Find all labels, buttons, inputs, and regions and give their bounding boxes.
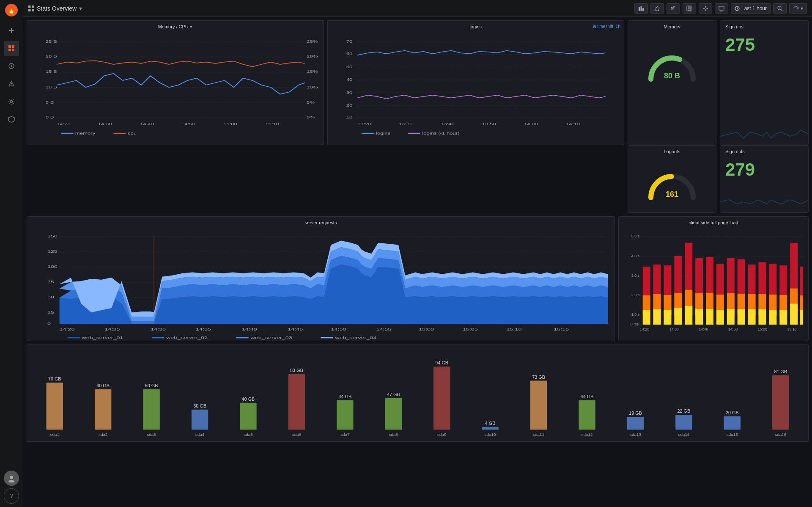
- tv-icon: [719, 6, 724, 11]
- refresh-dropdown[interactable]: ▾: [801, 6, 803, 11]
- disk-bar-label-sda9: 94 GB: [435, 360, 448, 365]
- disk-bar-label-sda8: 47 GB: [387, 392, 400, 397]
- disk-bar-name-sda12: sda12: [582, 432, 593, 437]
- svg-text:75: 75: [47, 280, 54, 284]
- disk-bar-sda9: [433, 366, 450, 430]
- svg-point-14: [8, 480, 14, 482]
- memory-title: Memory: [628, 24, 716, 29]
- svg-rect-15: [28, 6, 31, 8]
- main-content: Stats Overview ▾ Last: [23, 0, 812, 507]
- svg-text:40: 40: [346, 77, 352, 82]
- svg-rect-171: [727, 309, 735, 325]
- svg-text:70: 70: [346, 39, 352, 44]
- svg-text:🔥: 🔥: [7, 6, 16, 14]
- svg-rect-174: [738, 309, 745, 325]
- svg-text:logins: logins: [376, 131, 390, 135]
- svg-text:14:40: 14:40: [140, 122, 154, 126]
- svg-text:14:50: 14:50: [728, 327, 738, 331]
- logouts-panel: Logouts 161: [628, 145, 716, 213]
- svg-text:14:20: 14:20: [60, 327, 75, 332]
- svg-rect-19: [639, 7, 640, 11]
- logins-chart: 70 60 50 40 30 20 10 13:20 13:30: [328, 21, 624, 145]
- svg-rect-25: [688, 8, 691, 11]
- svg-rect-168: [716, 310, 724, 325]
- disk-bar-name-sda16: sda16: [775, 432, 786, 437]
- disk-bar-name-sda13: sda13: [630, 432, 641, 437]
- svg-text:14:40: 14:40: [242, 327, 257, 332]
- save-button[interactable]: [683, 3, 696, 14]
- svg-text:14:30: 14:30: [669, 327, 678, 331]
- svg-text:14:20: 14:20: [640, 327, 649, 331]
- row1b: Logouts 161 Sign outs 279: [27, 145, 809, 213]
- svg-rect-7: [12, 49, 14, 51]
- svg-text:0%: 0%: [307, 115, 315, 119]
- disk-bar-sda14: [675, 415, 692, 430]
- svg-rect-153: [664, 310, 672, 325]
- svg-text:50: 50: [346, 64, 352, 69]
- sidebar-bottom: ?: [4, 471, 19, 504]
- row2: server requests 150 125 100 75 50 25 0: [27, 216, 809, 341]
- disk-bar-sda10: [482, 427, 498, 430]
- disk-bar-name-sda3: sda3: [147, 432, 156, 437]
- memory-gauge-svg: 80 B: [642, 45, 702, 88]
- zoom-out-button[interactable]: [773, 3, 787, 14]
- share-button[interactable]: [667, 3, 680, 14]
- sidebar-item-shield[interactable]: [4, 112, 19, 127]
- svg-text:15:05: 15:05: [463, 327, 478, 332]
- svg-point-11: [11, 85, 12, 85]
- svg-text:14:50: 14:50: [331, 327, 346, 332]
- chart-type-button[interactable]: [634, 3, 648, 14]
- star-button[interactable]: [650, 3, 664, 14]
- svg-rect-192: [800, 310, 803, 325]
- settings-button[interactable]: [699, 3, 712, 14]
- svg-text:web_server_03: web_server_03: [250, 335, 292, 340]
- svg-text:30: 30: [346, 90, 352, 94]
- user-avatar[interactable]: [4, 471, 19, 486]
- svg-text:14:35: 14:35: [196, 327, 211, 332]
- disk-bar-label-sda4: 30 GB: [193, 403, 206, 408]
- svg-text:15:00: 15:00: [419, 327, 434, 332]
- disk-bar-sda6: [288, 374, 305, 430]
- svg-text:25: 25: [47, 310, 54, 315]
- app-logo[interactable]: 🔥: [5, 3, 18, 17]
- svg-marker-22: [655, 6, 660, 11]
- svg-text:161: 161: [666, 190, 678, 198]
- svg-text:14:30: 14:30: [151, 327, 166, 332]
- svg-text:cpu: cpu: [128, 131, 137, 135]
- svg-text:15 B: 15 B: [46, 69, 57, 73]
- sidebar-item-dashboard[interactable]: [4, 41, 19, 56]
- time-range-button[interactable]: Last 1 hour: [731, 3, 771, 14]
- svg-text:15:00: 15:00: [758, 327, 767, 331]
- svg-text:100: 100: [47, 265, 58, 269]
- svg-text:15:10: 15:10: [787, 327, 796, 331]
- logouts-gauge-svg: 161: [642, 166, 702, 204]
- disk-bar-sda8: [385, 398, 402, 430]
- svg-rect-21: [642, 8, 644, 11]
- svg-text:25 B: 25 B: [46, 39, 57, 44]
- svg-text:25%: 25%: [307, 39, 318, 44]
- svg-text:5 B: 5 B: [46, 100, 54, 105]
- sidebar-item-add[interactable]: [4, 23, 19, 38]
- disk-bar-sda13: [627, 417, 644, 430]
- svg-line-31: [781, 9, 782, 11]
- help-icon[interactable]: ?: [4, 488, 19, 504]
- sidebar-item-config[interactable]: [4, 94, 19, 109]
- svg-text:14:55: 14:55: [376, 327, 391, 332]
- svg-text:14:25: 14:25: [105, 327, 120, 332]
- svg-rect-4: [8, 45, 11, 48]
- sidebar-item-explore[interactable]: [4, 58, 19, 74]
- svg-point-26: [705, 8, 706, 9]
- disk-bar-name-sda7: sda7: [340, 432, 349, 437]
- sidebar-item-alerting[interactable]: [4, 76, 19, 91]
- tv-button[interactable]: [715, 3, 728, 14]
- svg-text:3.0 s: 3.0 s: [631, 273, 640, 278]
- svg-text:5.0 s: 5.0 s: [631, 234, 640, 238]
- disk-bar-name-sda6: sda6: [292, 432, 302, 437]
- svg-rect-165: [706, 309, 713, 325]
- memory-cpu-chart: 25 B 20 B 15 B 10 B 5 B 0 B 25% 20% 15% …: [27, 21, 324, 145]
- refresh-button[interactable]: ▾: [789, 3, 807, 14]
- disk-bar-name-sda15: sda15: [727, 432, 738, 437]
- svg-text:0 B: 0 B: [46, 115, 54, 119]
- dashboard-title-dropdown[interactable]: ▾: [79, 5, 82, 12]
- star-icon: [654, 6, 660, 11]
